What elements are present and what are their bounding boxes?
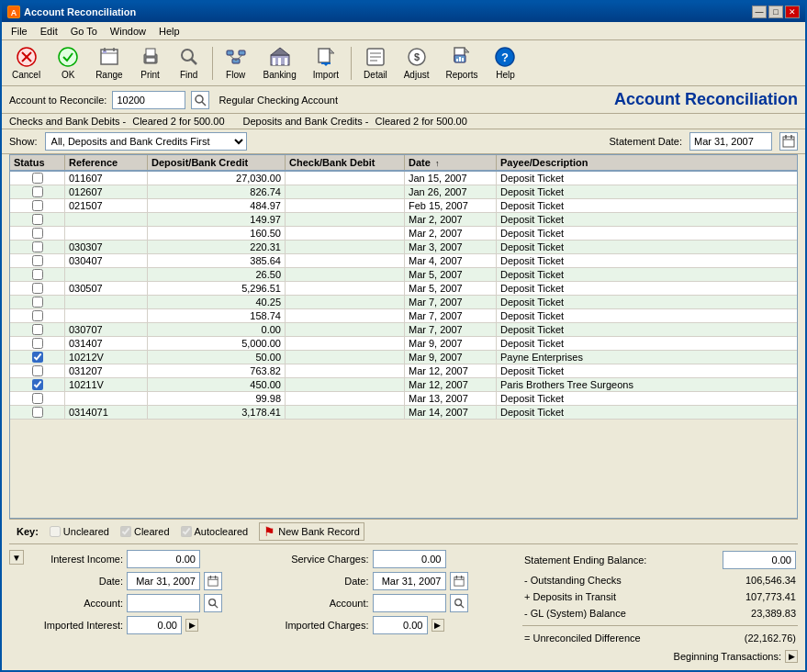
col-status[interactable]: Status: [10, 155, 65, 170]
menu-goto[interactable]: Go To: [65, 25, 103, 38]
row-checkbox[interactable]: [32, 297, 43, 308]
table-row[interactable]: 10211V 450.00 Mar 12, 2007 Paris Brother…: [10, 378, 797, 392]
table-row[interactable]: 149.97 Mar 2, 2007 Deposit Ticket: [10, 213, 797, 227]
import-button[interactable]: Import: [307, 43, 345, 84]
table-row[interactable]: 012607 826.74 Jan 26, 2007 Deposit Ticke…: [10, 185, 797, 199]
balance-divider: [522, 625, 798, 626]
interest-account-input[interactable]: [127, 594, 200, 612]
summary-bar: Checks and Bank Debits - Cleared 2 for 5…: [2, 114, 805, 129]
checks-label: Checks and Bank Debits - Cleared 2 for 5…: [9, 116, 225, 127]
menu-file[interactable]: File: [6, 25, 33, 38]
row-checkbox[interactable]: [32, 269, 43, 280]
service-charges-input[interactable]: [373, 550, 446, 568]
col-payee[interactable]: Payee/Description: [497, 155, 797, 170]
interest-income-input[interactable]: [127, 550, 200, 568]
svg-rect-41: [462, 58, 464, 62]
row-checkbox[interactable]: [32, 173, 43, 184]
row-checkbox[interactable]: [32, 379, 43, 390]
interest-date-calendar-button[interactable]: [204, 572, 222, 590]
table-row[interactable]: 030707 0.00 Mar 7, 2007 Deposit Ticket: [10, 323, 797, 337]
service-date-calendar-button[interactable]: [450, 572, 468, 590]
service-account-input[interactable]: [373, 594, 446, 612]
table-row[interactable]: 40.25 Mar 7, 2007 Deposit Ticket: [10, 296, 797, 309]
service-date-input[interactable]: [373, 572, 446, 590]
detail-button[interactable]: Detail: [357, 43, 394, 84]
menu-window[interactable]: Window: [105, 25, 151, 38]
service-account-search-button[interactable]: [450, 594, 468, 612]
help-label: Help: [496, 70, 515, 80]
adjust-button[interactable]: $ Adjust: [398, 43, 436, 84]
interest-account-search-button[interactable]: [204, 594, 222, 612]
imported-interest-arrow-button[interactable]: ▶: [185, 619, 198, 632]
table-row[interactable]: 26.50 Mar 5, 2007 Deposit Ticket: [10, 268, 797, 282]
ok-button[interactable]: OK: [50, 43, 85, 84]
table-row[interactable]: 030407 385.64 Mar 4, 2007 Deposit Ticket: [10, 254, 797, 268]
table-row[interactable]: 031407 5,000.00 Mar 9, 2007 Deposit Tick…: [10, 337, 797, 351]
table-row[interactable]: 011607 27,030.00 Jan 15, 2007 Deposit Ti…: [10, 172, 797, 185]
imported-charges-arrow-button[interactable]: ▶: [432, 619, 444, 632]
import-icon: [315, 46, 337, 68]
table-row[interactable]: 0314071 3,178.41 Mar 14, 2007 Deposit Ti…: [10, 406, 797, 420]
row-date-cell: Mar 4, 2007: [405, 254, 497, 267]
row-checkbox[interactable]: [32, 407, 43, 418]
interest-date-input[interactable]: [127, 572, 200, 590]
row-checkbox[interactable]: [32, 214, 43, 225]
row-checkbox[interactable]: [32, 338, 43, 349]
svg-rect-12: [146, 49, 155, 56]
detail-icon: [364, 46, 387, 68]
row-check-cell: [286, 392, 405, 405]
range-button[interactable]: Range: [89, 43, 129, 84]
col-date[interactable]: Date ↑: [405, 155, 497, 170]
col-reference[interactable]: Reference: [65, 155, 148, 170]
table-row[interactable]: 030307 220.31 Mar 3, 2007 Deposit Ticket: [10, 241, 797, 254]
banking-button[interactable]: Banking: [257, 43, 303, 84]
row-status-cell: [10, 351, 65, 364]
col-check[interactable]: Check/Bank Debit: [286, 155, 405, 170]
account-input[interactable]: [112, 91, 185, 109]
table-row[interactable]: 031207 763.82 Mar 12, 2007 Deposit Ticke…: [10, 364, 797, 378]
find-button[interactable]: Find: [172, 43, 207, 84]
minimize-button[interactable]: —: [752, 6, 767, 18]
show-select[interactable]: All, Deposits and Bank Credits First: [45, 132, 247, 151]
statement-date-input[interactable]: [689, 132, 772, 151]
expand-button[interactable]: ▼: [9, 550, 24, 565]
maximize-button[interactable]: □: [768, 6, 783, 18]
detail-label: Detail: [364, 70, 387, 80]
table-row[interactable]: 160.50 Mar 2, 2007 Deposit Ticket: [10, 227, 797, 241]
legend-autocleared: Autocleared: [181, 526, 249, 537]
row-date-cell: Jan 26, 2007: [405, 185, 497, 198]
table-row[interactable]: 158.74 Mar 7, 2007 Deposit Ticket: [10, 309, 797, 323]
row-checkbox[interactable]: [32, 200, 43, 211]
imported-charges-input[interactable]: [373, 616, 428, 634]
help-button[interactable]: ? Help: [488, 43, 522, 84]
account-search-button[interactable]: [191, 91, 209, 109]
row-checkbox[interactable]: [32, 393, 43, 404]
statement-ending-input[interactable]: [723, 551, 796, 569]
row-checkbox[interactable]: [32, 365, 43, 376]
print-button[interactable]: Print: [133, 43, 168, 84]
row-checkbox[interactable]: [32, 241, 43, 252]
imported-interest-input[interactable]: [127, 616, 182, 634]
menu-help[interactable]: Help: [153, 25, 185, 38]
row-checkbox[interactable]: [32, 186, 43, 197]
row-checkbox[interactable]: [32, 324, 43, 335]
row-checkbox[interactable]: [32, 255, 43, 266]
row-checkbox[interactable]: [32, 283, 43, 294]
close-button[interactable]: ✕: [785, 6, 800, 18]
reports-button[interactable]: Reports: [439, 43, 484, 84]
flow-button[interactable]: Flow: [219, 43, 253, 84]
legend-uncleared: Uncleared: [50, 526, 109, 537]
table-row[interactable]: 021507 484.97 Feb 15, 2007 Deposit Ticke…: [10, 199, 797, 213]
col-deposit[interactable]: Deposit/Bank Credit: [148, 155, 286, 170]
table-row[interactable]: 030507 5,296.51 Mar 5, 2007 Deposit Tick…: [10, 282, 797, 296]
beginning-transactions-button[interactable]: ▶: [785, 650, 798, 663]
menu-edit[interactable]: Edit: [35, 25, 63, 38]
statement-date-calendar-button[interactable]: [779, 132, 798, 151]
table-row[interactable]: 99.98 Mar 13, 2007 Deposit Ticket: [10, 392, 797, 406]
row-checkbox[interactable]: [32, 310, 43, 321]
cancel-button[interactable]: Cancel: [6, 43, 47, 84]
table-row[interactable]: 10212V 50.00 Mar 9, 2007 Payne Enterpris…: [10, 351, 797, 364]
row-checkbox[interactable]: [32, 352, 43, 363]
row-checkbox[interactable]: [32, 228, 43, 239]
new-bank-record-button[interactable]: ⚑ New Bank Record: [259, 522, 364, 541]
